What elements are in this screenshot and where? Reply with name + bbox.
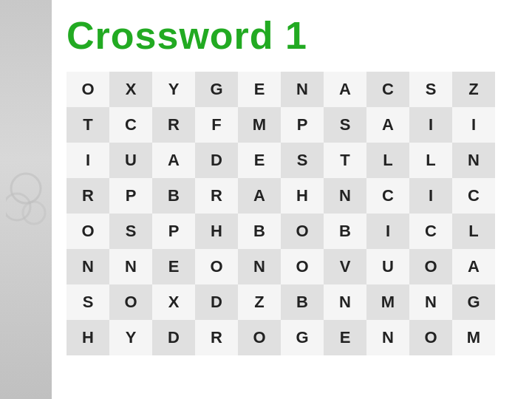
grid-cell: F [195, 107, 238, 143]
grid-cell: R [195, 178, 238, 214]
grid-cell: L [366, 143, 409, 178]
grid-cell: L [452, 214, 495, 249]
grid-cell: N [324, 284, 366, 320]
grid-cell: O [238, 320, 281, 355]
grid-cell: C [409, 214, 452, 249]
grid-cell: A [452, 249, 495, 284]
grid-cell: S [109, 214, 152, 249]
grid-cell: N [109, 249, 152, 284]
grid-cell: C [109, 107, 152, 143]
grid-cell: M [366, 284, 409, 320]
grid-cell: M [238, 107, 281, 143]
grid-cell: D [195, 284, 238, 320]
grid-cell: L [409, 143, 452, 178]
grid-cell: V [324, 249, 366, 284]
grid-cell: O [281, 214, 324, 249]
grid-cell: P [109, 178, 152, 214]
grid-cell: X [152, 284, 195, 320]
grid-cell: G [452, 284, 495, 320]
grid-cell: S [324, 107, 366, 143]
grid-cell: E [238, 72, 281, 107]
grid-cell: I [452, 107, 495, 143]
grid-cell: E [238, 143, 281, 178]
grid-cell: S [66, 284, 109, 320]
grid-cell: N [324, 178, 366, 214]
grid-cell: T [324, 143, 366, 178]
grid-cell: H [195, 214, 238, 249]
grid-cell: I [366, 214, 409, 249]
grid-cell: B [238, 214, 281, 249]
main-content: Crossword 1 OXYGENACSZTCRFMPSAIIIUADESTL… [52, 0, 532, 399]
grid-cell: U [366, 249, 409, 284]
grid-cell: X [109, 72, 152, 107]
grid-cell: Y [109, 320, 152, 355]
grid-cell: N [66, 249, 109, 284]
grid-cell: N [281, 72, 324, 107]
grid-cell: O [66, 214, 109, 249]
grid-cell: O [109, 284, 152, 320]
grid-cell: R [66, 178, 109, 214]
crossword-grid: OXYGENACSZTCRFMPSAIIIUADESTLLNRPBRAHNCIC… [66, 72, 495, 355]
grid-cell: B [281, 284, 324, 320]
grid-cell: S [281, 143, 324, 178]
grid-cell: O [66, 72, 109, 107]
grid-cell: B [152, 178, 195, 214]
grid-cell: N [238, 249, 281, 284]
grid-cell: D [152, 320, 195, 355]
svg-point-2 [23, 202, 45, 224]
grid-cell: N [452, 143, 495, 178]
grid-container: OXYGENACSZTCRFMPSAIIIUADESTLLNRPBRAHNCIC… [66, 72, 510, 384]
grid-cell: R [195, 320, 238, 355]
grid-cell: O [195, 249, 238, 284]
grid-cell: M [452, 320, 495, 355]
grid-cell: O [409, 249, 452, 284]
grid-cell: G [195, 72, 238, 107]
grid-cell: C [366, 72, 409, 107]
grid-cell: E [152, 249, 195, 284]
grid-cell: P [281, 107, 324, 143]
grid-cell: C [366, 178, 409, 214]
grid-cell: N [409, 284, 452, 320]
page-title: Crossword 1 [66, 15, 510, 57]
grid-cell: E [324, 320, 366, 355]
grid-cell: P [152, 214, 195, 249]
sidebar-decoration [6, 170, 47, 229]
grid-cell: A [324, 72, 366, 107]
grid-cell: H [281, 178, 324, 214]
grid-cell: U [109, 143, 152, 178]
grid-cell: C [452, 178, 495, 214]
svg-point-0 [11, 174, 41, 203]
grid-cell: Z [238, 284, 281, 320]
grid-cell: H [66, 320, 109, 355]
grid-cell: G [281, 320, 324, 355]
grid-cell: A [152, 143, 195, 178]
sidebar [0, 0, 52, 399]
grid-cell: Y [152, 72, 195, 107]
grid-cell: S [409, 72, 452, 107]
grid-cell: I [409, 107, 452, 143]
grid-cell: Z [452, 72, 495, 107]
grid-cell: O [281, 249, 324, 284]
grid-cell: D [195, 143, 238, 178]
grid-cell: T [66, 107, 109, 143]
grid-cell: A [366, 107, 409, 143]
grid-cell: A [238, 178, 281, 214]
grid-cell: N [366, 320, 409, 355]
grid-cell: R [152, 107, 195, 143]
grid-cell: I [409, 178, 452, 214]
grid-cell: I [66, 143, 109, 178]
svg-point-1 [6, 194, 30, 220]
grid-cell: O [409, 320, 452, 355]
grid-cell: B [324, 214, 366, 249]
